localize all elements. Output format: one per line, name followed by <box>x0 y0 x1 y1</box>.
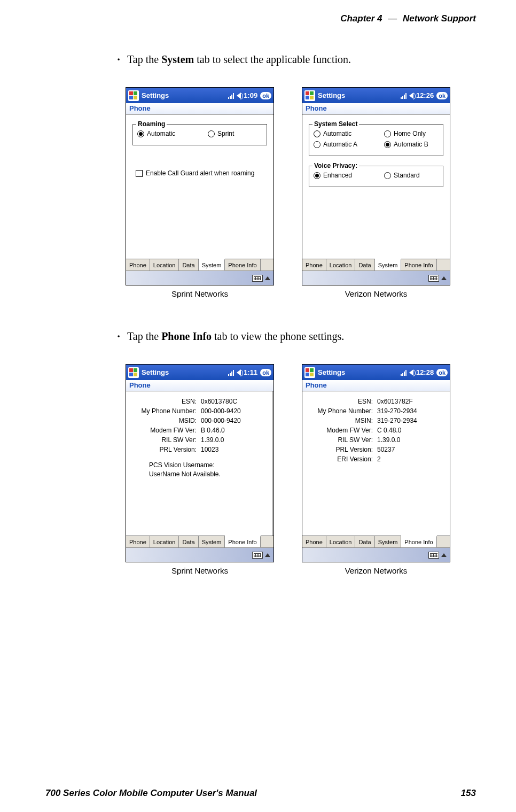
signal-icon <box>228 92 234 99</box>
checkbox-icon <box>136 170 143 177</box>
signal-icon <box>401 92 406 99</box>
start-icon[interactable] <box>304 367 315 378</box>
page-number: 153 <box>461 788 476 799</box>
ok-button[interactable]: ok <box>260 92 271 99</box>
start-icon[interactable] <box>304 90 315 101</box>
titlebar-title: Settings <box>318 91 345 99</box>
clock: 1:09 <box>244 91 257 99</box>
verizon-phoneinfo-screen: Settings 12:28 ok Phone ESN:0x6013782F M… <box>302 364 450 562</box>
radio-home-only[interactable]: Home Only <box>384 130 439 137</box>
tab-system[interactable]: System <box>375 536 402 547</box>
tab-location[interactable]: Location <box>150 259 179 270</box>
tab-strip: Phone Location Data System Phone Info <box>126 259 273 270</box>
titlebar-title: Settings <box>142 91 169 99</box>
radio-automatic-b[interactable]: Automatic B <box>384 141 439 148</box>
tab-phoneinfo[interactable]: Phone Info <box>401 259 436 270</box>
tab-location[interactable]: Location <box>326 536 356 547</box>
scrollbar[interactable] <box>272 391 273 536</box>
screens-row-1: Settings 1:09 ok Phone Roaming Automa <box>118 87 476 298</box>
body: Roaming Automatic Sprint <box>126 114 273 259</box>
tab-data[interactable]: Data <box>355 259 374 270</box>
speaker-icon <box>237 92 241 99</box>
tab-phone[interactable]: Phone <box>126 259 150 270</box>
tab-phoneinfo[interactable]: Phone Info <box>225 536 260 547</box>
radio-automatic[interactable]: Automatic <box>314 130 368 137</box>
signal-icon <box>401 369 406 376</box>
body: ESN:0x6013780C My Phone Number:000-000-9… <box>126 391 273 536</box>
tab-system[interactable]: System <box>199 536 225 547</box>
titlebar: Settings 1:09 ok <box>126 88 273 103</box>
page-footer: 700 Series Color Mobile Computer User's … <box>45 788 476 799</box>
sip-bar <box>302 547 450 562</box>
ok-button[interactable]: ok <box>436 92 448 99</box>
tab-system[interactable]: System <box>199 259 225 270</box>
page-header: Chapter 4 — Network Support <box>45 13 476 24</box>
start-icon[interactable] <box>128 90 139 101</box>
chapter-label: Chapter 4 <box>340 13 382 24</box>
keyboard-icon[interactable] <box>428 275 439 282</box>
tab-location[interactable]: Location <box>326 259 356 270</box>
system-select-legend: System Select <box>312 120 359 128</box>
tab-phone[interactable]: Phone <box>302 536 326 547</box>
bullet-system: • Tap the System tab to select the appli… <box>118 53 476 66</box>
radio-standard[interactable]: Standard <box>384 172 439 179</box>
section-title: Network Support <box>403 13 476 24</box>
signal-icon <box>228 369 234 376</box>
bullet-phoneinfo: • Tap the Phone Info tab to view the pho… <box>118 330 476 343</box>
roaming-fieldset: Roaming Automatic Sprint <box>132 124 267 145</box>
tab-phone[interactable]: Phone <box>126 536 150 547</box>
radio-automatic[interactable]: Automatic <box>137 130 192 137</box>
sip-bar <box>302 270 450 285</box>
keyboard-icon[interactable] <box>252 275 263 282</box>
tab-phoneinfo[interactable]: Phone Info <box>401 536 436 547</box>
bullet-icon: • <box>118 56 127 63</box>
sip-up-icon[interactable] <box>265 553 270 557</box>
tab-strip: Phone Location Data System Phone Info <box>302 259 450 270</box>
pcs-vision-block: PCS Vision Username: UserName Not Availa… <box>130 461 269 479</box>
caption-sprint: Sprint Networks <box>171 566 228 575</box>
tab-phoneinfo[interactable]: Phone Info <box>225 259 260 270</box>
clock: 1:11 <box>244 368 257 376</box>
clock: 12:26 <box>416 91 434 99</box>
start-icon[interactable] <box>128 367 139 378</box>
tab-data[interactable]: Data <box>179 536 198 547</box>
keyboard-icon[interactable] <box>252 552 263 559</box>
sip-up-icon[interactable] <box>441 553 447 557</box>
body: System Select Automatic Home Only Auto <box>302 114 450 259</box>
bullet-icon: • <box>118 332 127 340</box>
speaker-icon <box>237 369 241 376</box>
ok-button[interactable]: ok <box>260 369 271 376</box>
phone-info-table: ESN:0x6013780C My Phone Number:000-000-9… <box>130 398 269 453</box>
sip-bar <box>126 270 273 285</box>
callguard-checkbox[interactable]: Enable Call Guard alert when roaming <box>130 169 269 177</box>
roaming-legend: Roaming <box>136 120 167 128</box>
tab-data[interactable]: Data <box>179 259 198 270</box>
sprint-system-screen: Settings 1:09 ok Phone Roaming Automa <box>126 87 274 285</box>
tab-data[interactable]: Data <box>355 536 374 547</box>
sprint-phoneinfo-screen: Settings 1:11 ok Phone ESN:0x6013780C My… <box>126 364 274 562</box>
titlebar-title: Settings <box>142 368 169 376</box>
ok-button[interactable]: ok <box>436 369 448 376</box>
tab-location[interactable]: Location <box>150 536 179 547</box>
keyboard-icon[interactable] <box>428 552 439 559</box>
speaker-icon <box>409 92 413 99</box>
radio-automatic-a[interactable]: Automatic A <box>314 141 368 148</box>
verizon-system-screen: Settings 12:26 ok Phone System Select Au… <box>302 87 450 285</box>
tab-system[interactable]: System <box>375 259 402 270</box>
sip-up-icon[interactable] <box>441 276 447 280</box>
radio-enhanced[interactable]: Enhanced <box>314 172 368 179</box>
body: ESN:0x6013782F My Phone Number:319-270-2… <box>302 391 450 536</box>
tab-strip: Phone Location Data System Phone Info <box>126 536 273 547</box>
tab-strip: Phone Location Data System Phone Info <box>302 536 450 547</box>
titlebar-title: Settings <box>318 368 345 376</box>
section-header: Phone <box>302 380 450 391</box>
phone-info-table: ESN:0x6013782F My Phone Number:319-270-2… <box>307 398 445 463</box>
speaker-icon <box>409 369 413 376</box>
radio-sprint[interactable]: Sprint <box>208 130 262 137</box>
system-select-fieldset: System Select Automatic Home Only Auto <box>309 124 443 156</box>
tab-phone[interactable]: Phone <box>302 259 326 270</box>
caption-verizon: Verizon Networks <box>345 289 408 298</box>
sip-up-icon[interactable] <box>265 276 270 280</box>
titlebar: Settings 12:28 ok <box>302 365 450 380</box>
caption-verizon: Verizon Networks <box>345 566 408 575</box>
